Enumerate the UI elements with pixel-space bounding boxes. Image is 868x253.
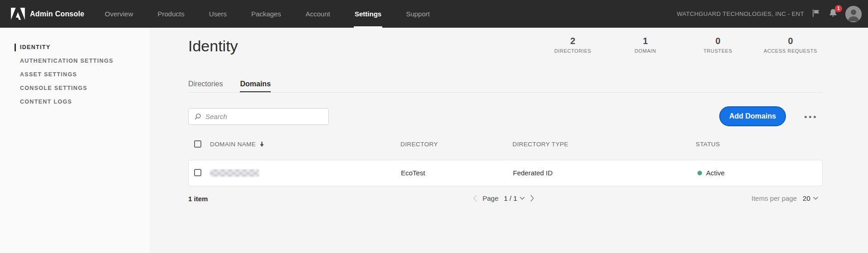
sidebar-item-content-logs[interactable]: CONTENT LOGS — [0, 95, 150, 109]
nav-item-products[interactable]: Products — [158, 0, 185, 28]
avatar[interactable] — [845, 6, 862, 22]
stat-directories-value: 2 — [554, 36, 591, 46]
nav-item-users[interactable]: Users — [209, 0, 227, 28]
nav-item-packages[interactable]: Packages — [251, 0, 281, 28]
tab-directories[interactable]: Directories — [188, 80, 223, 93]
search-input[interactable] — [205, 113, 323, 120]
more-options-icon — [805, 116, 807, 118]
select-all-checkbox[interactable] — [194, 140, 201, 148]
row-directory: EcoTest — [401, 169, 425, 177]
topbar: Admin Console Overview Products Users Pa… — [0, 0, 868, 28]
chevron-down-icon — [813, 197, 818, 200]
row-checkbox[interactable] — [194, 169, 201, 176]
adobe-logo-icon[interactable] — [11, 8, 25, 20]
app-title: Admin Console — [30, 0, 84, 28]
stat-trustees-value: 0 — [703, 36, 732, 46]
items-per-page-label: Items per page — [751, 194, 797, 202]
org-name[interactable]: WATCHGUARD TECHNOLOGIES, INC - ENT — [677, 10, 804, 17]
add-domains-button[interactable]: Add Domains — [719, 106, 786, 126]
topbar-right: WATCHGUARD TECHNOLOGIES, INC - ENT 1 — [677, 0, 862, 28]
stat-trustees-label: TRUSTEES — [703, 48, 732, 54]
row-directory-type: Federated ID — [513, 169, 553, 177]
settings-sidebar: IDENTITY AUTHENTICATION SETTINGS ASSET S… — [0, 28, 150, 253]
nav-item-support[interactable]: Support — [406, 0, 430, 28]
pagination: Page 1 / 1 — [473, 194, 534, 202]
column-header-directory[interactable]: DIRECTORY — [400, 141, 438, 148]
sort-descending-icon — [259, 141, 264, 147]
identity-tabs: Directories Domains — [188, 80, 271, 93]
sidebar-item-identity[interactable]: IDENTITY — [0, 40, 150, 54]
top-nav: Overview Products Users Packages Account… — [105, 0, 430, 28]
stat-access-requests: 0 ACCESS REQUESTS — [764, 36, 817, 54]
domain-name-redacted — [210, 169, 259, 177]
nav-item-account[interactable]: Account — [306, 0, 330, 28]
notifications-button[interactable]: 1 — [828, 8, 839, 20]
table-row[interactable]: EcoTest Federated ID Active — [188, 160, 823, 186]
row-status: Active — [697, 169, 725, 177]
status-badge: Active — [706, 169, 725, 177]
stat-access-requests-label: ACCESS REQUESTS — [764, 48, 817, 54]
column-header-domain-name[interactable]: DOMAIN NAME — [210, 141, 264, 148]
page-title: Identity — [188, 37, 238, 55]
sidebar-item-asset-settings[interactable]: ASSET SETTINGS — [0, 68, 150, 81]
stat-directories: 2 DIRECTORIES — [554, 36, 591, 54]
column-header-status[interactable]: STATUS — [696, 141, 720, 148]
chevron-down-icon — [520, 197, 525, 200]
page-label: Page — [483, 194, 498, 202]
table-header: DOMAIN NAME DIRECTORY DIRECTORY TYPE STA… — [188, 139, 823, 151]
tab-domains[interactable]: Domains — [240, 80, 271, 93]
page-select[interactable]: 1 / 1 — [504, 194, 525, 202]
sidebar-item-authentication-settings[interactable]: AUTHENTICATION SETTINGS — [0, 54, 150, 68]
stat-access-requests-value: 0 — [764, 36, 817, 46]
stat-trustees: 0 TRUSTEES — [703, 36, 732, 54]
nav-item-overview[interactable]: Overview — [105, 0, 133, 28]
sidebar-item-console-settings[interactable]: CONSOLE SETTINGS — [0, 81, 150, 95]
stat-domain-label: DOMAIN — [634, 48, 656, 54]
items-per-page: Items per page 20 — [751, 194, 818, 202]
nav-item-settings[interactable]: Settings — [355, 0, 381, 28]
search-icon — [194, 113, 202, 121]
notification-badge: 1 — [835, 5, 842, 12]
feedback-flag-button[interactable] — [811, 8, 821, 20]
previous-page-button[interactable] — [473, 195, 477, 202]
items-per-page-select[interactable]: 20 — [803, 194, 818, 202]
admin-console-page: Admin Console Overview Products Users Pa… — [0, 0, 868, 253]
next-page-button[interactable] — [530, 195, 534, 202]
status-active-dot — [697, 171, 702, 175]
items-count: 1 item — [188, 195, 208, 203]
flag-icon — [811, 8, 821, 20]
search-box[interactable] — [188, 108, 329, 125]
more-options-button[interactable] — [801, 112, 819, 122]
column-header-directory-type[interactable]: DIRECTORY TYPE — [512, 141, 568, 148]
tabs-divider — [188, 92, 823, 93]
stat-directories-label: DIRECTORIES — [554, 48, 591, 54]
stat-domain-value: 1 — [634, 36, 656, 46]
stat-domain: 1 DOMAIN — [634, 36, 656, 54]
